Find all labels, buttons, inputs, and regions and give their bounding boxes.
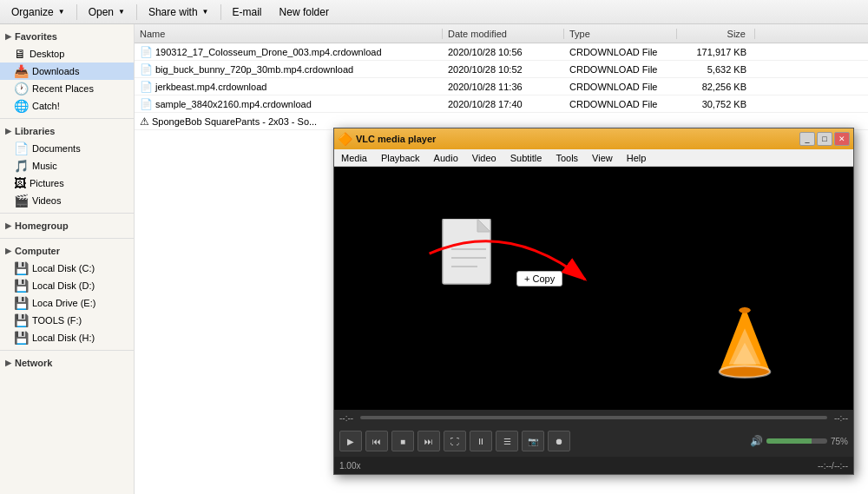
sidebar-item-pictures[interactable]: 🖼 Pictures bbox=[0, 175, 134, 192]
vlc-record-button[interactable]: ⏺ bbox=[548, 431, 570, 451]
col-header-type[interactable]: Type bbox=[564, 29, 677, 39]
desktop-label: Desktop bbox=[30, 49, 64, 59]
sidebar-item-disk-f[interactable]: 💾 TOOLS (F:) bbox=[0, 312, 134, 329]
homegroup-section[interactable]: ▶ Homegroup bbox=[0, 217, 134, 234]
sidebar-item-music[interactable]: 🎵 Music bbox=[0, 157, 134, 175]
sidebar-divider-2 bbox=[0, 213, 134, 214]
new-folder-button[interactable]: New folder bbox=[272, 2, 337, 23]
vlc-bottom-bar: 1.00x --:--/--:-- bbox=[334, 457, 853, 474]
favorites-arrow: ▶ bbox=[5, 32, 11, 41]
vlc-menu-subtitle[interactable]: Subtitle bbox=[503, 149, 549, 166]
table-row[interactable]: 📄190312_17_Colosseum_Drone_003.mp4.crdow… bbox=[135, 43, 868, 61]
file-icon-2: 📄 bbox=[140, 63, 153, 76]
sidebar-divider-4 bbox=[0, 350, 134, 351]
vlc-menu-playback[interactable]: Playback bbox=[374, 149, 427, 166]
pictures-icon: 🖼 bbox=[14, 176, 26, 190]
file-drag-icon bbox=[438, 219, 499, 291]
disk-c-icon: 💾 bbox=[14, 261, 29, 275]
vlc-snap-button[interactable]: 📷 bbox=[522, 431, 544, 451]
new-folder-label: New folder bbox=[279, 6, 329, 18]
col-header-size[interactable]: Size bbox=[677, 29, 755, 39]
network-label: Network bbox=[15, 358, 52, 368]
table-row[interactable]: 📄big_buck_bunny_720p_30mb.mp4.crdownload… bbox=[135, 61, 868, 78]
vlc-menu-view[interactable]: View bbox=[585, 149, 620, 166]
network-arrow: ▶ bbox=[5, 359, 11, 367]
videos-icon: 🎬 bbox=[14, 194, 29, 207]
vlc-menubar: Media Playback Audio Video Subtitle Tool… bbox=[334, 149, 853, 167]
vlc-playlist-button[interactable]: ☰ bbox=[496, 431, 518, 451]
documents-icon: 📄 bbox=[14, 142, 29, 155]
network-section[interactable]: ▶ Network bbox=[0, 354, 134, 372]
libraries-section[interactable]: ▶ Libraries bbox=[0, 122, 134, 140]
vlc-controls: ▶ ⏮ ■ ⏭ ⛶ ⏸ ☰ 📷 ⏺ 🔊 75% bbox=[334, 425, 853, 457]
vlc-volume-bar[interactable] bbox=[766, 438, 827, 444]
sidebar-item-downloads[interactable]: 📥 Downloads bbox=[0, 63, 134, 80]
documents-label: Documents bbox=[32, 143, 81, 154]
column-headers: Name Date modified Type Size bbox=[135, 24, 868, 43]
sidebar-item-disk-d[interactable]: 💾 Local Disk (D:) bbox=[0, 277, 134, 294]
col-header-name[interactable]: Name bbox=[135, 29, 443, 39]
vlc-play-button[interactable]: ▶ bbox=[339, 431, 362, 451]
copy-badge-text: + Copy bbox=[524, 273, 555, 284]
vlc-next-button[interactable]: ⏭ bbox=[418, 431, 440, 451]
vlc-menu-help[interactable]: Help bbox=[620, 149, 654, 166]
sidebar-item-disk-h[interactable]: 💾 Local Disk (H:) bbox=[0, 329, 134, 346]
open-button[interactable]: Open ▼ bbox=[81, 2, 133, 23]
homegroup-arrow: ▶ bbox=[5, 221, 11, 230]
disk-e-icon: 💾 bbox=[14, 296, 29, 310]
vlc-stop-button[interactable]: ■ bbox=[391, 431, 414, 451]
vlc-statusbar: --:-- --:-- bbox=[334, 410, 853, 425]
vlc-progress-bar[interactable] bbox=[360, 416, 827, 419]
table-row[interactable]: 📄sample_3840x2160.mp4.crdownload 2020/10… bbox=[135, 96, 868, 113]
svg-point-10 bbox=[739, 307, 750, 313]
col-header-date[interactable]: Date modified bbox=[443, 29, 564, 39]
computer-section[interactable]: ▶ Computer bbox=[0, 242, 134, 260]
toolbar-sep-3 bbox=[220, 4, 221, 20]
vlc-menu-media[interactable]: Media bbox=[334, 149, 374, 166]
vlc-close-button[interactable]: ✕ bbox=[834, 132, 850, 146]
sidebar-divider-3 bbox=[0, 238, 134, 239]
recent-label: Recent Places bbox=[32, 83, 94, 94]
disk-c-label: Local Disk (C:) bbox=[32, 263, 95, 273]
vlc-menu-tools[interactable]: Tools bbox=[549, 149, 585, 166]
music-label: Music bbox=[32, 161, 57, 171]
email-label: E-mail bbox=[233, 6, 262, 18]
sidebar-item-disk-c[interactable]: 💾 Local Disk (C:) bbox=[0, 260, 134, 277]
toolbar: Organize ▼ Open ▼ Share with ▼ E-mail Ne… bbox=[0, 0, 868, 24]
vlc-speed: 1.00x bbox=[339, 461, 360, 471]
email-button[interactable]: E-mail bbox=[225, 2, 270, 23]
sidebar-item-catch[interactable]: 🌐 Catch! bbox=[0, 97, 134, 115]
desktop-icon: 🖥 bbox=[14, 47, 26, 61]
sidebar-item-documents[interactable]: 📄 Documents bbox=[0, 140, 134, 157]
vlc-prev-button[interactable]: ⏮ bbox=[365, 431, 388, 451]
vlc-maximize-button[interactable]: □ bbox=[817, 132, 832, 146]
vlc-menu-audio[interactable]: Audio bbox=[427, 149, 465, 166]
sidebar-item-desktop[interactable]: 🖥 Desktop bbox=[0, 45, 134, 63]
open-label: Open bbox=[89, 6, 114, 18]
sidebar-item-disk-e[interactable]: 💾 Loca Drive (E:) bbox=[0, 294, 134, 312]
share-button[interactable]: Share with ▼ bbox=[141, 2, 217, 23]
sidebar: ▶ Favorites 🖥 Desktop 📥 Downloads 🕐 Rece… bbox=[0, 24, 135, 494]
vlc-time-left: --:-- bbox=[339, 413, 353, 423]
organize-button[interactable]: Organize ▼ bbox=[3, 2, 73, 23]
favorites-label: Favorites bbox=[15, 31, 57, 42]
vlc-minimize-button[interactable]: _ bbox=[799, 132, 815, 146]
sidebar-item-videos[interactable]: 🎬 Videos bbox=[0, 192, 134, 209]
file-icon-3: 📄 bbox=[140, 81, 153, 93]
disk-f-label: TOOLS (F:) bbox=[32, 315, 82, 326]
table-row[interactable]: 📄jerkbeast.mp4.crdownload 2020/10/28 11:… bbox=[135, 78, 868, 96]
computer-arrow: ▶ bbox=[5, 247, 11, 255]
vlc-menu-video[interactable]: Video bbox=[465, 149, 503, 166]
file-icon-4: 📄 bbox=[140, 98, 153, 110]
libraries-label: Libraries bbox=[15, 126, 55, 136]
vlc-extended-button[interactable]: ⏸ bbox=[470, 431, 492, 451]
vlc-volume-pct: 75% bbox=[831, 437, 848, 446]
vlc-window-controls: _ □ ✕ bbox=[799, 132, 850, 146]
catch-icon: 🌐 bbox=[14, 99, 29, 113]
copy-badge: + Copy bbox=[516, 271, 562, 287]
vlc-titlebar: 🔶 VLC media player _ □ ✕ bbox=[334, 128, 853, 149]
favorites-section[interactable]: ▶ Favorites bbox=[0, 28, 134, 45]
disk-h-label: Local Disk (H:) bbox=[32, 333, 95, 343]
vlc-fullscreen-button[interactable]: ⛶ bbox=[444, 431, 466, 451]
sidebar-item-recent[interactable]: 🕐 Recent Places bbox=[0, 80, 134, 97]
